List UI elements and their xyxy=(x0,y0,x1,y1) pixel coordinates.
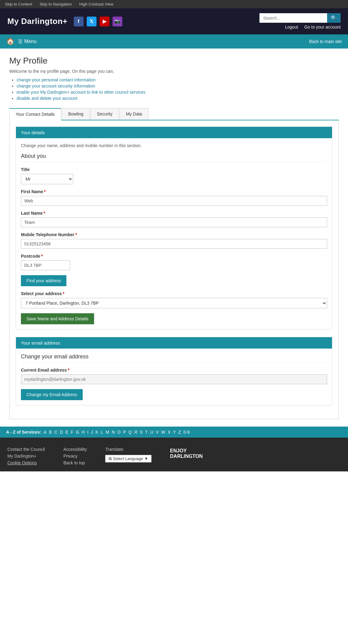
find-address-group: Find your address xyxy=(21,275,327,286)
az-link-m[interactable]: M xyxy=(106,430,109,435)
facebook-icon[interactable]: f xyxy=(74,17,84,26)
required-star: * xyxy=(41,254,43,259)
title-select[interactable]: Mr Mrs Ms Miss Dr Prof xyxy=(21,174,73,184)
footer-col-2: Accessibility Privacy Back to top xyxy=(63,447,87,465)
mobile-input[interactable] xyxy=(21,239,327,249)
az-link-o[interactable]: O xyxy=(117,430,121,435)
google-icon: G xyxy=(109,456,112,461)
az-link-c[interactable]: C xyxy=(54,430,57,435)
az-link-l[interactable]: L xyxy=(101,430,103,435)
list-item: change your account security information xyxy=(17,84,339,88)
az-link-k[interactable]: K xyxy=(96,430,98,435)
footer-enjoy-darlington: ENJOY DARLINGTON xyxy=(170,447,203,459)
change-email-button[interactable]: Change my Email Address xyxy=(21,389,83,400)
tab-my-data[interactable]: My Data xyxy=(120,108,148,120)
last-name-input[interactable] xyxy=(21,217,327,227)
privacy-link[interactable]: Privacy xyxy=(63,454,87,459)
bullet-link-2[interactable]: change your account security information xyxy=(17,84,95,88)
search-bar: 🔍 xyxy=(259,13,341,23)
home-icon[interactable]: 🏠 xyxy=(6,37,14,45)
bullet-link-4[interactable]: disable and delete your account xyxy=(17,96,77,101)
contact-council-link[interactable]: Contact the Council xyxy=(7,447,45,452)
translate-widget[interactable]: G Select Language ▼ xyxy=(105,455,152,463)
email-section-header: Your email address xyxy=(16,337,332,349)
search-input[interactable] xyxy=(259,13,327,23)
back-to-top-link[interactable]: Back to top xyxy=(63,460,87,465)
menu-button[interactable]: ☰ Menu xyxy=(18,39,37,45)
email-section-body: Change your email address Current Email … xyxy=(16,349,332,405)
first-name-input[interactable] xyxy=(21,196,327,206)
skip-to-content[interactable]: Skip to Content xyxy=(5,2,32,6)
az-link-d[interactable]: D xyxy=(60,430,63,435)
header-left: My Darlington+ f 𝕏 ▶ 📷 xyxy=(7,17,122,26)
required-star: * xyxy=(44,189,45,194)
postcode-input[interactable] xyxy=(21,260,70,270)
first-name-label: First Name* xyxy=(21,189,327,194)
change-email-heading: Change your email address xyxy=(21,353,327,363)
footer-col-translate: Translate: G Select Language ▼ xyxy=(105,447,152,463)
az-link-v[interactable]: V xyxy=(156,430,159,435)
dropdown-arrow-icon: ▼ xyxy=(144,456,148,461)
bullet-link-1[interactable]: change your personal contact information xyxy=(17,77,96,82)
postcode-group: Postcode* xyxy=(21,254,327,270)
accessibility-link[interactable]: Accessibility xyxy=(63,447,87,452)
az-link-p[interactable]: P xyxy=(123,430,126,435)
hamburger-icon: ☰ xyxy=(18,39,22,45)
your-details-header: Your details xyxy=(16,127,332,138)
az-link-n[interactable]: N xyxy=(112,430,115,435)
tab-security[interactable]: Security xyxy=(90,108,119,120)
address-select[interactable]: 7 Portland Place, Darlington, DL3 7BP xyxy=(21,298,327,308)
intro-list: change your personal contact information… xyxy=(9,77,339,101)
tab-your-contact-details[interactable]: Your Contact Details xyxy=(9,108,61,120)
translate-label: Translate: xyxy=(105,447,152,452)
az-link-q[interactable]: Q xyxy=(129,430,132,435)
tab-bar: Your Contact Details Bowling Security My… xyxy=(9,108,339,120)
nav-left: 🏠 ☰ Menu xyxy=(6,37,37,45)
az-link-g[interactable]: G xyxy=(76,430,79,435)
az-link-a[interactable]: A xyxy=(44,430,46,435)
az-link-f[interactable]: F xyxy=(71,430,73,435)
twitter-icon[interactable]: 𝕏 xyxy=(87,17,97,26)
cookie-options-link[interactable]: Cookie Options xyxy=(7,460,45,465)
az-link-i[interactable]: I xyxy=(87,430,89,435)
search-button[interactable]: 🔍 xyxy=(327,13,341,23)
az-link-e[interactable]: E xyxy=(65,430,68,435)
main-content: My Profile Welcome to the my profile pag… xyxy=(0,49,348,427)
postcode-label: Postcode* xyxy=(21,254,327,259)
az-link-h[interactable]: H xyxy=(82,430,85,435)
mobile-group: Mobile Telephone Number* xyxy=(21,232,327,249)
my-darlington-link[interactable]: My Darlington+ xyxy=(7,454,45,459)
last-name-label: Last Name* xyxy=(21,211,327,216)
header-right: 🔍 Logout Go to your account xyxy=(259,13,341,29)
title-group: Title Mr Mrs Ms Miss Dr Prof xyxy=(21,167,327,184)
az-link-t[interactable]: T xyxy=(145,430,148,435)
az-link-y[interactable]: Y xyxy=(173,430,176,435)
page-title: My Profile xyxy=(9,56,339,66)
bullet-link-3[interactable]: enable your My Darlington+ account to li… xyxy=(17,90,145,95)
az-link-z[interactable]: Z xyxy=(178,430,181,435)
az-label: A - Z of Services: xyxy=(6,430,41,435)
az-link-j[interactable]: J xyxy=(91,430,93,435)
required-star: * xyxy=(44,211,45,216)
back-to-main-link[interactable]: Back to main site xyxy=(309,39,342,44)
youtube-icon[interactable]: ▶ xyxy=(100,17,109,26)
title-label: Title xyxy=(21,167,327,172)
az-link-x[interactable]: X xyxy=(168,430,170,435)
az-link-u[interactable]: U xyxy=(150,430,153,435)
save-details-button[interactable]: Save Name and Address Details xyxy=(21,313,94,324)
go-to-account-link[interactable]: Go to your account xyxy=(304,25,341,29)
high-contrast-link[interactable]: High Contrast View xyxy=(79,2,113,6)
first-name-group: First Name* xyxy=(21,189,327,206)
logout-link[interactable]: Logout xyxy=(285,25,298,29)
tab-bowling[interactable]: Bowling xyxy=(62,108,90,120)
instagram-icon[interactable]: 📷 xyxy=(113,17,122,26)
az-link-09[interactable]: 0-9 xyxy=(184,430,190,435)
about-you-heading: About you xyxy=(21,153,327,162)
find-address-button[interactable]: Find your address xyxy=(21,275,66,286)
az-link-w[interactable]: W xyxy=(161,430,165,435)
skip-to-nav[interactable]: Skip to Navigation xyxy=(40,2,72,6)
email-section: Your email address Change your email add… xyxy=(16,337,332,405)
az-link-r[interactable]: R xyxy=(134,430,137,435)
az-link-b[interactable]: B xyxy=(49,430,52,435)
az-link-s[interactable]: S xyxy=(140,430,143,435)
